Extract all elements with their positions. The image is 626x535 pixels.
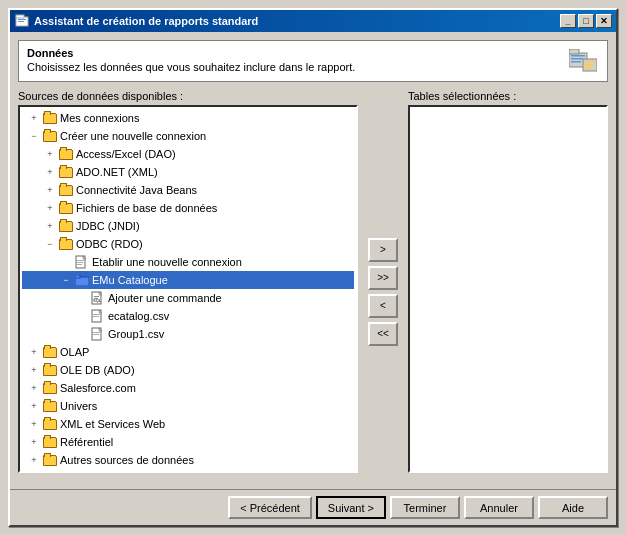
tables-box[interactable] [408, 105, 608, 473]
expand-icon: − [58, 272, 74, 288]
expand-icon: + [26, 434, 42, 450]
item-label: Connectivité Java Beans [76, 184, 197, 196]
doc-icon [90, 309, 106, 323]
prev-button[interactable]: < Précédent [228, 496, 312, 519]
list-item[interactable]: + JDBC (JNDI) [22, 217, 354, 235]
folder-icon [42, 129, 58, 143]
folder-icon [42, 363, 58, 377]
item-label: Mes connexions [60, 112, 140, 124]
list-item[interactable]: + Référentiel [22, 433, 354, 451]
list-item[interactable]: − ODBC (RDO) [22, 235, 354, 253]
footer: < Précédent Suivant > Terminer Annuler A… [10, 489, 616, 525]
help-button[interactable]: Aide [538, 496, 608, 519]
section-desc: Choisissez les données que vous souhaite… [27, 61, 355, 73]
list-item[interactable]: + ADO.NET (XML) [22, 163, 354, 181]
cancel-button[interactable]: Annuler [464, 496, 534, 519]
folder-icon [58, 147, 74, 161]
expand-icon: + [26, 452, 42, 468]
folder-icon [42, 111, 58, 125]
list-item[interactable]: + Salesforce.com [22, 379, 354, 397]
spacer [74, 290, 90, 306]
folder-icon [42, 453, 58, 467]
item-label: ecatalog.csv [108, 310, 169, 322]
expand-icon: + [42, 200, 58, 216]
folder-icon [42, 417, 58, 431]
item-label: OLAP [60, 346, 89, 358]
transfer-buttons: > >> < << [364, 90, 402, 473]
tree-box[interactable]: + Mes connexions − Créer une nouvelle co… [18, 105, 358, 473]
folder-icon [58, 183, 74, 197]
svg-rect-6 [571, 55, 585, 57]
content-area: Données Choisissez les données que vous … [10, 32, 616, 489]
item-label: Autres sources de données [60, 454, 194, 466]
svg-rect-22 [94, 296, 99, 297]
list-item[interactable]: + Fichiers de base de données [22, 199, 354, 217]
folder-icon [58, 219, 74, 233]
list-item[interactable]: Group1.csv [22, 325, 354, 343]
item-label: XML et Services Web [60, 418, 165, 430]
svg-rect-31 [93, 332, 100, 333]
item-label: Référentiel [60, 436, 113, 448]
window-icon [14, 13, 30, 29]
expand-icon: + [42, 146, 58, 162]
list-item[interactable]: + OLAP [22, 343, 354, 361]
list-item[interactable]: + Mes connexions [22, 109, 354, 127]
remove-all-button[interactable]: << [368, 322, 398, 346]
tree-panel: Sources de données disponibles : + Mes c… [18, 90, 358, 473]
title-bar-left: Assistant de création de rapports standa… [14, 13, 258, 29]
svg-rect-1 [16, 15, 24, 18]
svg-rect-5 [569, 49, 579, 54]
svg-rect-11 [585, 64, 593, 66]
close-button[interactable]: ✕ [596, 14, 612, 28]
folder-icon [74, 273, 90, 287]
list-item[interactable]: SQL Ajouter une commande [22, 289, 354, 307]
expand-icon: + [26, 380, 42, 396]
add-all-button[interactable]: >> [368, 266, 398, 290]
item-label: EMu Catalogue [92, 274, 168, 286]
next-button[interactable]: Suivant > [316, 496, 386, 519]
list-item[interactable]: ecatalog.csv [22, 307, 354, 325]
svg-rect-16 [77, 262, 83, 263]
svg-rect-15 [77, 260, 84, 261]
tables-panel: Tables sélectionnées : [408, 90, 608, 473]
remove-button[interactable]: < [368, 294, 398, 318]
svg-rect-3 [18, 21, 24, 22]
item-label: Fichiers de base de données [76, 202, 217, 214]
list-item[interactable]: + OLE DB (ADO) [22, 361, 354, 379]
item-label: Group1.csv [108, 328, 164, 340]
main-window: Assistant de création de rapports standa… [8, 8, 618, 527]
folder-icon [58, 201, 74, 215]
list-item[interactable]: − Créer une nouvelle connexion [22, 127, 354, 145]
tables-label: Tables sélectionnées : [408, 90, 608, 102]
expand-icon: + [42, 182, 58, 198]
section-header: Données Choisissez les données que vous … [18, 40, 608, 82]
expand-icon: + [26, 398, 42, 414]
expand-icon: + [26, 362, 42, 378]
list-item[interactable]: + Autres sources de données [22, 451, 354, 469]
list-item[interactable]: + Access/Excel (DAO) [22, 145, 354, 163]
maximize-button[interactable]: □ [578, 14, 594, 28]
expand-icon: + [26, 416, 42, 432]
section-header-text: Données Choisissez les données que vous … [27, 47, 355, 73]
list-item[interactable]: + Univers [22, 397, 354, 415]
finish-button[interactable]: Terminer [390, 496, 460, 519]
list-item[interactable]: + Connectivité Java Beans [22, 181, 354, 199]
list-item[interactable]: − EMu Catalogue [22, 271, 354, 289]
list-item[interactable]: Etablir une nouvelle connexion [22, 253, 354, 271]
expand-icon: + [42, 218, 58, 234]
item-label: Ajouter une commande [108, 292, 222, 304]
expand-icon: + [26, 110, 42, 126]
list-item[interactable]: + XML et Services Web [22, 415, 354, 433]
spacer [58, 254, 74, 270]
add-button[interactable]: > [368, 238, 398, 262]
doc-icon: SQL [90, 291, 106, 305]
svg-rect-28 [93, 316, 99, 317]
svg-rect-8 [571, 61, 581, 63]
folder-icon [58, 165, 74, 179]
expand-icon: − [26, 128, 42, 144]
item-label: Salesforce.com [60, 382, 136, 394]
minimize-button[interactable]: _ [560, 14, 576, 28]
svg-rect-2 [18, 19, 26, 20]
window-title: Assistant de création de rapports standa… [34, 15, 258, 27]
expand-icon: − [42, 236, 58, 252]
